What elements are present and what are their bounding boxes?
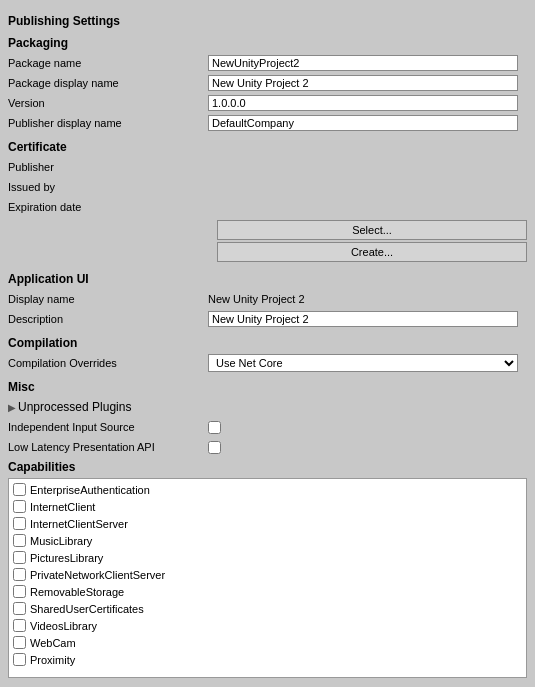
cap-shared-user-certs-checkbox[interactable] xyxy=(13,602,26,615)
cap-removable-storage-label: RemovableStorage xyxy=(30,586,124,598)
publisher-display-name-row: Publisher display name xyxy=(8,114,527,132)
publishing-settings-panel: Publishing Settings Packaging Package na… xyxy=(0,0,535,684)
cap-videos-library-checkbox[interactable] xyxy=(13,619,26,632)
cap-pictures-library-label: PicturesLibrary xyxy=(30,552,103,564)
cap-videos-library: VideosLibrary xyxy=(13,617,522,634)
version-row: Version xyxy=(8,94,527,112)
package-name-label: Package name xyxy=(8,57,208,69)
cap-private-network: PrivateNetworkClientServer xyxy=(13,566,522,583)
cap-shared-user-certs: SharedUserCertificates xyxy=(13,600,522,617)
cap-music-library-label: MusicLibrary xyxy=(30,535,92,547)
display-name-row: Display name New Unity Project 2 xyxy=(8,290,527,308)
cap-internet-client-checkbox[interactable] xyxy=(13,500,26,513)
publisher-display-name-input[interactable] xyxy=(208,115,518,131)
cap-internet-client-server-checkbox[interactable] xyxy=(13,517,26,530)
cap-private-network-checkbox[interactable] xyxy=(13,568,26,581)
publisher-label: Publisher xyxy=(8,161,208,173)
cap-proximity: Proximity xyxy=(13,651,522,668)
cap-internet-client-server: InternetClientServer xyxy=(13,515,522,532)
cap-shared-user-certs-label: SharedUserCertificates xyxy=(30,603,144,615)
package-display-name-input[interactable] xyxy=(208,75,518,91)
cap-proximity-checkbox[interactable] xyxy=(13,653,26,666)
cap-webcam-label: WebCam xyxy=(30,637,76,649)
cap-webcam-checkbox[interactable] xyxy=(13,636,26,649)
unprocessed-plugins-label: Unprocessed Plugins xyxy=(18,400,131,414)
low-latency-checkbox[interactable] xyxy=(208,441,221,454)
package-name-row: Package name xyxy=(8,54,527,72)
cap-pictures-library: PicturesLibrary xyxy=(13,549,522,566)
display-name-value: New Unity Project 2 xyxy=(208,293,305,305)
version-label: Version xyxy=(8,97,208,109)
compilation-overrides-label: Compilation Overrides xyxy=(8,357,208,369)
cap-removable-storage: RemovableStorage xyxy=(13,583,522,600)
cap-private-network-label: PrivateNetworkClientServer xyxy=(30,569,165,581)
compilation-overrides-row: Compilation Overrides Use Net Core Use .… xyxy=(8,354,527,372)
cap-internet-client-server-label: InternetClientServer xyxy=(30,518,128,530)
package-display-name-row: Package display name xyxy=(8,74,527,92)
package-display-name-label: Package display name xyxy=(8,77,208,89)
low-latency-row: Low Latency Presentation API xyxy=(8,438,527,456)
expiration-date-row: Expiration date xyxy=(8,198,527,216)
cap-enterprise-auth: EnterpriseAuthentication xyxy=(13,481,522,498)
description-row: Description xyxy=(8,310,527,328)
cap-pictures-library-checkbox[interactable] xyxy=(13,551,26,564)
certificate-buttons: Select... Create... xyxy=(8,220,527,264)
publisher-row: Publisher xyxy=(8,158,527,176)
capabilities-list[interactable]: EnterpriseAuthentication InternetClient … xyxy=(8,478,527,678)
package-name-input[interactable] xyxy=(208,55,518,71)
independent-input-source-checkbox[interactable] xyxy=(208,421,221,434)
description-input[interactable] xyxy=(208,311,518,327)
select-button[interactable]: Select... xyxy=(217,220,527,240)
issued-by-row: Issued by xyxy=(8,178,527,196)
cap-videos-library-label: VideosLibrary xyxy=(30,620,97,632)
version-input[interactable] xyxy=(208,95,518,111)
cap-internet-client-label: InternetClient xyxy=(30,501,95,513)
unprocessed-plugins-row: ▶ Unprocessed Plugins xyxy=(8,398,527,416)
independent-input-source-label: Independent Input Source xyxy=(8,421,208,433)
cap-enterprise-auth-label: EnterpriseAuthentication xyxy=(30,484,150,496)
cap-removable-storage-checkbox[interactable] xyxy=(13,585,26,598)
compilation-overrides-select[interactable]: Use Net Core Use .NET Core Use .NET Stan… xyxy=(208,354,518,372)
independent-input-source-row: Independent Input Source xyxy=(8,418,527,436)
compilation-section-title: Compilation xyxy=(8,336,527,350)
certificate-section-title: Certificate xyxy=(8,140,527,154)
application-ui-section-title: Application UI xyxy=(8,272,527,286)
create-button[interactable]: Create... xyxy=(217,242,527,262)
capabilities-section-title: Capabilities xyxy=(8,460,527,474)
packaging-section-title: Packaging xyxy=(8,36,527,50)
expiration-date-label: Expiration date xyxy=(8,201,208,213)
cap-enterprise-auth-checkbox[interactable] xyxy=(13,483,26,496)
misc-section-title: Misc xyxy=(8,380,527,394)
cap-proximity-label: Proximity xyxy=(30,654,75,666)
cap-internet-client: InternetClient xyxy=(13,498,522,515)
publisher-display-name-label: Publisher display name xyxy=(8,117,208,129)
cap-music-library: MusicLibrary xyxy=(13,532,522,549)
issued-by-label: Issued by xyxy=(8,181,208,193)
description-label: Description xyxy=(8,313,208,325)
arrow-right-icon: ▶ xyxy=(8,402,18,413)
cap-webcam: WebCam xyxy=(13,634,522,651)
low-latency-label: Low Latency Presentation API xyxy=(8,441,208,453)
cap-music-library-checkbox[interactable] xyxy=(13,534,26,547)
panel-title: Publishing Settings xyxy=(8,14,527,28)
display-name-label: Display name xyxy=(8,293,208,305)
